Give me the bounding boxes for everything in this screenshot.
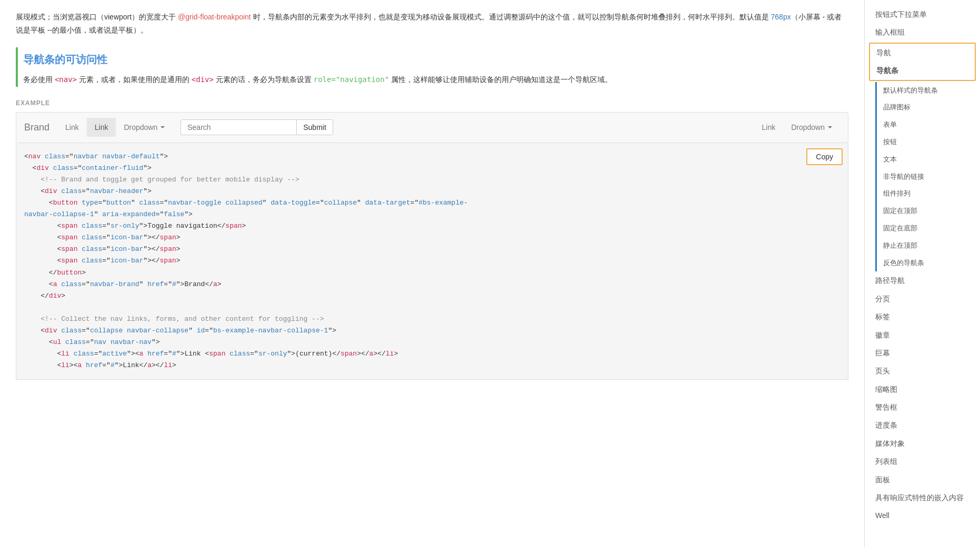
example-label: EXAMPLE xyxy=(16,99,848,107)
sidebar-item-button[interactable]: 按钮 xyxy=(877,134,980,151)
main-content: 展现模式；当浏览器视口（viewport）的宽度大于 @grid-float-b… xyxy=(0,0,864,547)
sidebar-item-text[interactable]: 文本 xyxy=(877,151,980,168)
sidebar-item-panel[interactable]: 面板 xyxy=(865,471,980,489)
sidebar-item-non-nav-link[interactable]: 非导航的链接 xyxy=(877,168,980,186)
sidebar-item-nav[interactable]: 导航 xyxy=(870,44,975,62)
sidebar-item-fixed-top[interactable]: 固定在顶部 xyxy=(877,202,980,220)
sidebar-item-badges[interactable]: 徽章 xyxy=(865,326,980,344)
sidebar-item-brand-icon[interactable]: 品牌图标 xyxy=(877,99,980,116)
acc-code-div: <div> xyxy=(192,75,214,84)
sidebar-item-default-navbar[interactable]: 默认样式的导航条 xyxy=(877,82,980,99)
sidebar-item-labels[interactable]: 标签 xyxy=(865,308,980,326)
intro-code-orange: @grid-float-breakpoint xyxy=(178,13,251,21)
right-dropdown-label: Dropdown xyxy=(791,123,825,131)
sidebar-item-jumbotron[interactable]: 巨幕 xyxy=(865,344,980,362)
accessibility-heading: 导航条的可访问性 xyxy=(23,47,848,67)
sidebar-item-navbar[interactable]: 导航条 xyxy=(870,62,975,79)
right-link[interactable]: Link xyxy=(754,118,783,137)
acc-text-4: 属性，这样能够让使用辅助设备的用户明确知道这是一个导航区域。 xyxy=(389,75,612,84)
sidebar-item-breadcrumb[interactable]: 路径导航 xyxy=(865,271,980,289)
sidebar-item-list-group[interactable]: 列表组 xyxy=(865,452,980,470)
copy-button[interactable]: Copy xyxy=(806,148,843,165)
acc-text-1: 务必使用 xyxy=(23,75,55,84)
intro-paragraph: 展现模式；当浏览器视口（viewport）的宽度大于 @grid-float-b… xyxy=(16,11,848,37)
sidebar-item-btn-dropdown[interactable]: 按钮式下拉菜单 xyxy=(865,5,980,23)
submit-button[interactable]: Submit xyxy=(296,119,333,135)
nav-link-1[interactable]: Link xyxy=(57,118,87,137)
search-input[interactable] xyxy=(181,119,296,135)
accessibility-text: 务必使用 <nav> 元素，或者，如果使用的是通用的 <div> 元素的话，务必… xyxy=(23,73,848,86)
sidebar-item-progress[interactable]: 进度条 xyxy=(865,416,980,434)
sidebar-item-inverted-navbar[interactable]: 反色的导航条 xyxy=(877,255,980,272)
acc-text-2: 元素，或者，如果使用的是通用的 xyxy=(77,75,192,84)
code-container: Copy <nav class="navbar navbar-default">… xyxy=(16,143,848,380)
accessibility-section: 导航条的可访问性 务必使用 <nav> 元素，或者，如果使用的是通用的 <div… xyxy=(16,47,848,86)
acc-text-3: 元素的话，务必为导航条设置 xyxy=(214,75,314,84)
caret-icon-1 xyxy=(161,126,165,128)
search-form: Submit xyxy=(181,119,746,135)
sidebar-item-form[interactable]: 表单 xyxy=(877,116,980,134)
sidebar-item-well[interactable]: Well xyxy=(865,507,980,524)
sidebar-item-media-object[interactable]: 媒体对象 xyxy=(865,434,980,452)
nav-link-2-active[interactable]: Link xyxy=(87,118,116,137)
sidebar-item-component-align[interactable]: 组件排列 xyxy=(877,185,980,202)
sidebar-item-pagination[interactable]: 分页 xyxy=(865,290,980,308)
acc-code-role: role="navigation" xyxy=(314,75,389,84)
navbar-brand[interactable]: Brand xyxy=(24,117,57,138)
code-block: <nav class="navbar navbar-default"> <div… xyxy=(24,151,840,372)
sidebar-item-fixed-bottom[interactable]: 固定在底部 xyxy=(877,220,980,237)
sidebar-navbar-subitems: 默认样式的导航条 品牌图标 表单 按钮 文本 非导航的链接 组件排列 固定在顶部… xyxy=(875,82,980,272)
caret-icon-2 xyxy=(828,126,832,128)
sidebar-item-input-group[interactable]: 输入框组 xyxy=(865,23,980,41)
sidebar-item-alerts[interactable]: 警告框 xyxy=(865,398,980,416)
intro-code-blue: 768px xyxy=(771,13,791,21)
dropdown-label-1: Dropdown xyxy=(124,123,157,131)
sidebar: 按钮式下拉菜单 输入框组 导航 导航条 默认样式的导航条 品牌图标 表单 按钮 … xyxy=(864,0,980,547)
demo-navbar: Brand Link Link Dropdown Submit Link Dro… xyxy=(16,112,848,143)
sidebar-highlighted-nav: 导航 导航条 xyxy=(869,43,976,81)
intro-text-part1: 展现模式；当浏览器视口（viewport）的宽度大于 xyxy=(16,13,178,21)
right-nav-links: Link Dropdown xyxy=(754,118,840,137)
nav-links: Link Link Dropdown xyxy=(57,118,173,137)
sidebar-item-thumbnails[interactable]: 缩略图 xyxy=(865,380,980,398)
sidebar-item-responsive-embed[interactable]: 具有响应式特性的嵌入内容 xyxy=(865,489,980,507)
sidebar-item-static-top[interactable]: 静止在顶部 xyxy=(877,237,980,255)
right-dropdown-btn[interactable]: Dropdown xyxy=(783,118,840,137)
intro-text-part2: 时，导航条内部的元素变为水平排列，也就是变现为移动设备展现模式。通过调整源码中的… xyxy=(251,13,771,21)
dropdown-btn-1[interactable]: Dropdown xyxy=(116,118,173,137)
sidebar-item-page-header[interactable]: 页头 xyxy=(865,362,980,380)
acc-code-nav: <nav> xyxy=(55,75,77,84)
